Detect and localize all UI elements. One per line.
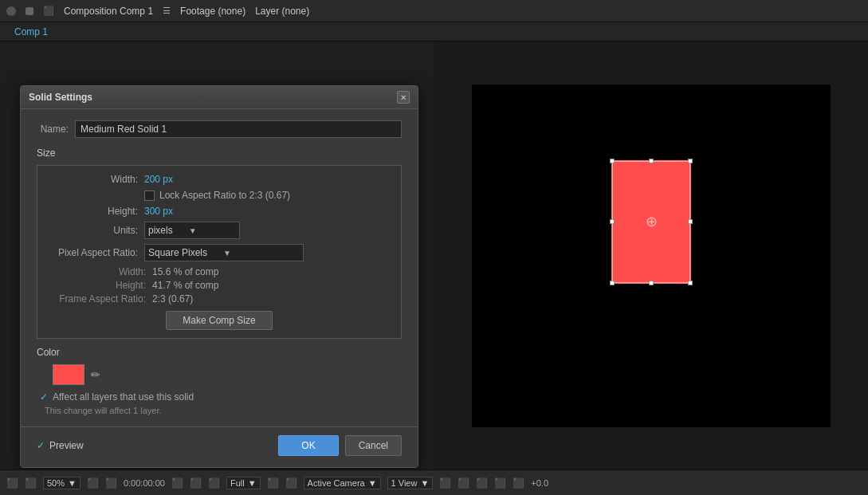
status-bar: ⬛ ⬛ 50% ▼ ⬛ ⬛ 0:00:00:00 ⬛ ⬛ ⬛ Full ▼ ⬛ … bbox=[0, 469, 868, 495]
units-dropdown-arrow: ▼ bbox=[189, 226, 197, 235]
color-section: Color ✏ bbox=[37, 347, 402, 385]
camera-icon: ⬛ bbox=[25, 477, 37, 489]
timecode-display: 0:00:00:00 bbox=[124, 478, 165, 488]
button-group: OK Cancel bbox=[278, 435, 402, 456]
viewport-area: ⊕ bbox=[434, 41, 868, 469]
units-value: pixels bbox=[148, 225, 173, 236]
center-transform-icon: ⊕ bbox=[646, 213, 658, 230]
name-input[interactable] bbox=[75, 120, 402, 138]
plus-value: +0.0 bbox=[531, 478, 548, 488]
dialog-body: Name: Size Width: 200 px Lock Aspect Rat… bbox=[21, 109, 418, 426]
window-close-icon[interactable] bbox=[6, 6, 16, 16]
color-section-label: Color bbox=[37, 347, 402, 358]
preview-checkbox[interactable]: ✓ bbox=[37, 440, 45, 451]
transparency-icon[interactable]: ⬛ bbox=[285, 477, 297, 489]
affect-label: Affect all layers that use this solid bbox=[53, 391, 194, 403]
view-dropdown[interactable]: 1 View ▼ bbox=[387, 477, 434, 489]
pixel-ratio-dropdown[interactable]: Square Pixels ▼ bbox=[144, 244, 304, 261]
cancel-button[interactable]: Cancel bbox=[345, 435, 402, 456]
dialog-area: Solid Settings ✕ Name: Size Width: 200 p… bbox=[0, 41, 434, 469]
motion-icon[interactable]: ⬛ bbox=[190, 477, 202, 489]
width-value[interactable]: 200 px bbox=[144, 174, 173, 185]
affect-row: ✓ Affect all layers that use this solid bbox=[37, 391, 402, 403]
name-label: Name: bbox=[37, 124, 69, 135]
region-select-icon[interactable]: ⬛ bbox=[267, 477, 279, 489]
fit-icon[interactable]: ⬛ bbox=[87, 477, 99, 489]
camera-snap-icon[interactable]: ⬛ bbox=[171, 477, 183, 489]
info-width-row: Width: 15.6 % of comp bbox=[49, 266, 390, 277]
eyedropper-icon[interactable]: ✏ bbox=[91, 368, 100, 381]
reset-icon[interactable]: ⬛ bbox=[513, 477, 524, 489]
width-row: Width: 200 px bbox=[49, 174, 390, 185]
frame-ratio-row: Frame Aspect Ratio: 2:3 (0.67) bbox=[49, 293, 390, 304]
top-bar: ⬛ Composition Comp 1 ☰ Footage (none) La… bbox=[0, 0, 868, 22]
preview-row: ✓ Preview bbox=[37, 440, 84, 451]
menu-icon[interactable]: ☰ bbox=[163, 6, 171, 16]
color-icon[interactable]: ⬛ bbox=[208, 477, 220, 489]
units-row: Units: pixels ▼ bbox=[49, 222, 390, 239]
name-row: Name: bbox=[37, 120, 402, 138]
lock-checkbox[interactable] bbox=[144, 191, 155, 201]
frame-ratio-label: Frame Aspect Ratio: bbox=[49, 293, 152, 304]
width-label: Width: bbox=[49, 174, 144, 185]
height-value[interactable]: 300 px bbox=[144, 206, 173, 217]
zoom-value: 50% bbox=[47, 478, 65, 488]
preview-label: Preview bbox=[49, 440, 84, 451]
lock-row: Lock Aspect Ratio to 2:3 (0.67) bbox=[144, 190, 390, 201]
camera-dropdown[interactable]: Active Camera ▼ bbox=[304, 477, 381, 489]
window-dot-icon bbox=[26, 7, 33, 15]
units-label: Units: bbox=[49, 225, 144, 236]
info-height-label: Height: bbox=[49, 280, 152, 291]
view-dropdown-arrow: ▼ bbox=[420, 478, 429, 488]
pixel-ratio-label: Pixel Aspect Ratio: bbox=[49, 247, 144, 258]
quality-dropdown[interactable]: Full ▼ bbox=[226, 477, 261, 489]
camera-dropdown-arrow: ▼ bbox=[368, 478, 377, 488]
height-label: Height: bbox=[49, 206, 144, 217]
quality-dropdown-arrow: ▼ bbox=[248, 478, 257, 488]
height-row: Height: 300 px bbox=[49, 206, 390, 217]
size-section: Width: 200 px Lock Aspect Ratio to 2:3 (… bbox=[37, 165, 402, 339]
frame-ratio-value: 2:3 (0.67) bbox=[152, 293, 193, 304]
info-width-value: 15.6 % of comp bbox=[152, 266, 218, 277]
units-dropdown[interactable]: pixels ▼ bbox=[144, 222, 240, 239]
dialog-title: Solid Settings bbox=[29, 92, 92, 103]
comp1-tab[interactable]: Comp 1 bbox=[6, 22, 56, 41]
info-width-label: Width: bbox=[49, 266, 152, 277]
viewport-canvas: ⊕ bbox=[472, 84, 831, 427]
layout-icon4[interactable]: ⬛ bbox=[494, 477, 506, 489]
region-icon[interactable]: ⬛ bbox=[105, 477, 117, 489]
view-value: 1 View bbox=[391, 478, 418, 488]
change-notice: This change will affect 1 layer. bbox=[37, 403, 402, 415]
info-height-row: Height: 41.7 % of comp bbox=[49, 280, 390, 291]
pixel-ratio-dropdown-arrow: ▼ bbox=[223, 249, 231, 257]
monitor-icon: ⬛ bbox=[6, 477, 18, 489]
main-area: Solid Settings ✕ Name: Size Width: 200 p… bbox=[0, 41, 868, 469]
camera-value: Active Camera bbox=[308, 478, 365, 488]
color-row: ✏ bbox=[37, 364, 402, 385]
color-swatch[interactable] bbox=[53, 364, 84, 385]
layout-icon3[interactable]: ⬛ bbox=[476, 477, 488, 489]
composition-tab[interactable]: Composition Comp 1 bbox=[64, 6, 153, 17]
pixel-ratio-row: Pixel Aspect Ratio: Square Pixels ▼ bbox=[49, 244, 390, 261]
make-comp-size-button[interactable]: Make Comp Size bbox=[166, 311, 272, 330]
layout-icon2[interactable]: ⬛ bbox=[458, 477, 469, 489]
ok-button[interactable]: OK bbox=[278, 435, 338, 456]
tab-strip: Comp 1 bbox=[0, 22, 868, 41]
solid-settings-dialog: Solid Settings ✕ Name: Size Width: 200 p… bbox=[20, 85, 418, 468]
size-section-label: Size bbox=[37, 147, 402, 159]
dialog-titlebar: Solid Settings ✕ bbox=[21, 86, 418, 109]
affect-checkbox[interactable]: ✓ bbox=[40, 391, 48, 403]
layout-icon1[interactable]: ⬛ bbox=[439, 477, 451, 489]
layer-tab[interactable]: Layer (none) bbox=[255, 6, 309, 17]
red-solid-layer: ⊕ bbox=[611, 160, 691, 284]
zoom-dropdown[interactable]: 50% ▼ bbox=[43, 477, 81, 489]
pixel-ratio-value: Square Pixels bbox=[148, 247, 207, 258]
quality-value: Full bbox=[230, 478, 245, 488]
lock-label: Lock Aspect Ratio to 2:3 (0.67) bbox=[159, 190, 290, 201]
timecode-value: 0:00:00:00 bbox=[124, 478, 165, 488]
info-height-value: 41.7 % of comp bbox=[152, 280, 218, 291]
ae-icon: ⬛ bbox=[43, 6, 54, 16]
dialog-close-button[interactable]: ✕ bbox=[397, 91, 410, 104]
footage-tab[interactable]: Footage (none) bbox=[180, 6, 245, 17]
dialog-footer: ✓ Preview OK Cancel bbox=[21, 426, 418, 467]
